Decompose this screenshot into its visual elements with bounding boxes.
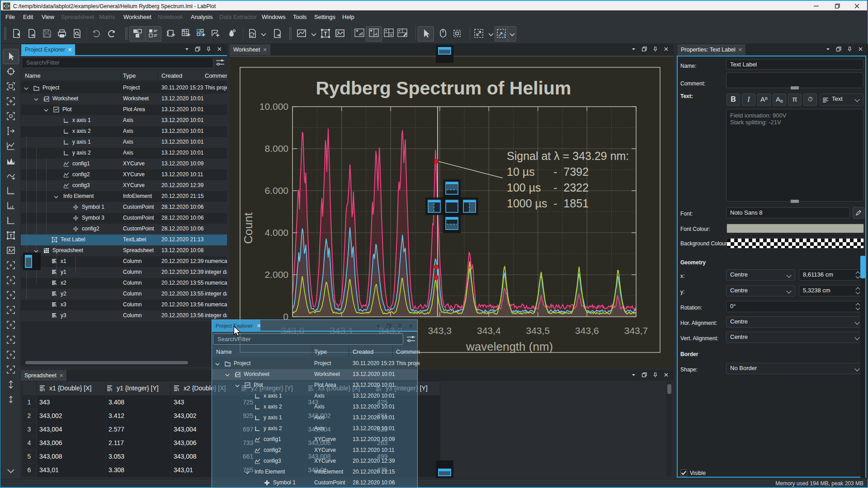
svg-text:2.000: 2.000 — [264, 269, 288, 280]
svg-text:6.000: 6.000 — [264, 185, 288, 196]
svg-text:8.000: 8.000 — [264, 143, 288, 154]
svg-text:T: T — [53, 238, 56, 242]
svg-text:Count: Count — [241, 212, 255, 244]
svg-text:T: T — [9, 233, 13, 239]
svg-text:343,7: 343,7 — [624, 325, 648, 336]
svg-text:343,5: 343,5 — [526, 325, 550, 336]
svg-text:wavelength (nm): wavelength (nm) — [466, 340, 553, 353]
svg-text:Rydberg Spectrum of Helium: Rydberg Spectrum of Helium — [316, 78, 571, 99]
svg-text:1: 1 — [503, 33, 506, 38]
svg-text:343,4: 343,4 — [477, 325, 501, 336]
svg-text:343,6: 343,6 — [575, 325, 599, 336]
svg-text:T: T — [324, 30, 327, 37]
svg-text:Signal at λ = 343.29 nm:: Signal at λ = 343.29 nm: — [507, 150, 629, 162]
svg-text:100 µs - 2322: 100 µs - 2322 — [507, 181, 589, 194]
svg-text:343,3: 343,3 — [428, 325, 452, 336]
svg-text:1000 µs - 1851: 1000 µs - 1851 — [507, 197, 589, 210]
svg-text:10.000: 10.000 — [259, 101, 288, 112]
svg-text:10 µs - 7392: 10 µs - 7392 — [507, 165, 589, 178]
svg-text:4.000: 4.000 — [264, 227, 288, 238]
